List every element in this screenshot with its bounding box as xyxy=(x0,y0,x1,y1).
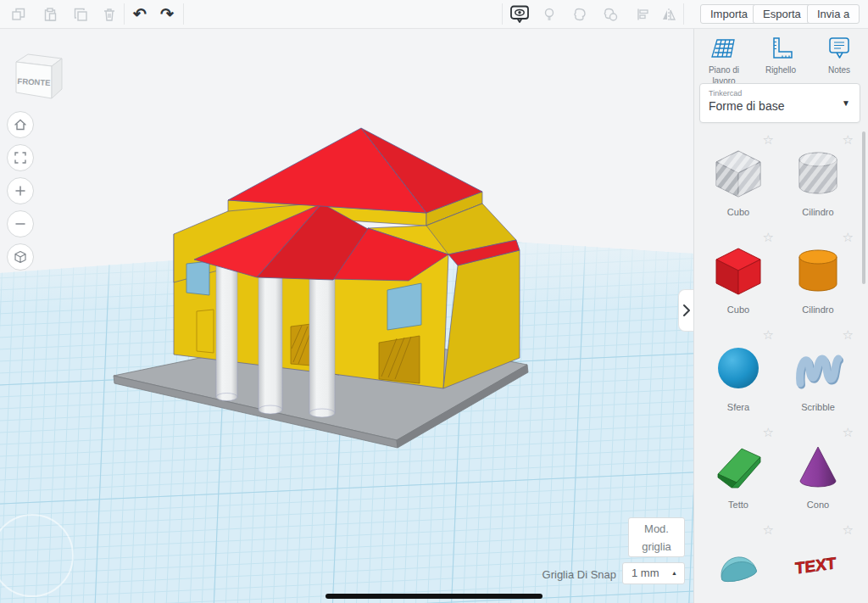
panel-scrollbar[interactable] xyxy=(862,131,865,284)
undo-button[interactable]: ↶ xyxy=(130,4,150,25)
duplicate-icon xyxy=(72,6,89,23)
hole-button[interactable] xyxy=(600,4,620,25)
3d-canvas[interactable]: FRONTE xyxy=(0,28,693,603)
snap-grid-label: Griglia Di Snap xyxy=(487,568,616,581)
edit-grid-label-line2: griglia xyxy=(629,538,684,556)
shape-thumb-cube-red xyxy=(711,243,765,298)
shape-label: Tetto xyxy=(701,500,776,510)
shape-item-cono[interactable]: ☆ Cono xyxy=(781,427,855,522)
svg-text:TEXT: TEXT xyxy=(795,554,837,578)
shape-item-text[interactable]: ☆ TEXT xyxy=(781,524,855,603)
shape-label: Cubo xyxy=(701,207,776,217)
toolbar-divider xyxy=(502,3,503,25)
shape-label: Cilindro xyxy=(781,304,855,315)
zoom-out-icon xyxy=(13,216,28,232)
perspective-icon xyxy=(13,249,28,265)
paste-button[interactable] xyxy=(40,4,60,25)
caret-down-icon: ▼ xyxy=(842,98,850,108)
copy-button[interactable] xyxy=(8,4,29,25)
toolbar-divider xyxy=(124,3,125,25)
mirror-button[interactable] xyxy=(659,4,679,25)
edit-grid-button[interactable]: Mod. griglia xyxy=(628,517,685,557)
snap-grid-select[interactable]: 1 mm ▲ xyxy=(622,562,685,584)
chevron-right-icon xyxy=(682,304,691,317)
dropdown-value: Forme di base xyxy=(709,99,784,113)
fit-view-icon xyxy=(13,150,28,165)
paste-icon xyxy=(42,6,58,23)
view-cube[interactable]: FRONTE xyxy=(10,45,68,104)
shape-item-cilindro-orange[interactable]: ☆ Cilindro xyxy=(781,232,855,327)
shape-item-halfdome[interactable]: ☆ xyxy=(701,524,776,603)
shape-item-cilindro-gray[interactable]: ☆ Cilindro xyxy=(781,134,855,229)
light-button[interactable] xyxy=(539,4,559,25)
zoom-in-icon xyxy=(13,183,28,198)
tinkercad-app: FRONTE xyxy=(0,0,868,603)
home-indicator-bar xyxy=(326,594,542,599)
shape-thumb-roof xyxy=(711,438,765,493)
panel-collapse-tab[interactable] xyxy=(678,289,693,332)
show-all-button[interactable] xyxy=(509,4,530,25)
top-toolbar: ↶ ↷ xyxy=(0,0,868,29)
import-button[interactable]: Importa xyxy=(700,4,758,24)
redo-button[interactable]: ↷ xyxy=(157,4,177,25)
shape-item-cubo-gray[interactable]: ☆ Cubo xyxy=(701,134,776,229)
delete-button[interactable] xyxy=(99,4,120,25)
send-to-button[interactable]: Invia a xyxy=(807,4,860,24)
shape-item-scribble[interactable]: ☆ Scribble xyxy=(781,329,855,424)
home-view-button[interactable] xyxy=(7,111,34,138)
shape-thumb-scribble xyxy=(791,341,845,395)
shape-item-tetto[interactable]: ☆ Tetto xyxy=(701,427,776,522)
home-icon xyxy=(13,117,28,132)
shape-label: Cubo xyxy=(701,304,776,315)
undo-icon: ↶ xyxy=(133,5,147,24)
duplicate-button[interactable] xyxy=(70,4,91,25)
ruler-icon xyxy=(754,33,807,62)
fit-view-button[interactable] xyxy=(7,144,34,171)
view-cube-front-label: FRONTE xyxy=(17,76,51,87)
hole-icon xyxy=(602,6,619,23)
copy-icon xyxy=(10,6,27,23)
toolbar-divider xyxy=(683,3,684,25)
snap-grid-value: 1 mm xyxy=(632,567,659,579)
delete-icon xyxy=(101,6,118,23)
shape-label: Scribble xyxy=(781,402,855,412)
shape-thumb-cylinder-orange xyxy=(791,243,845,298)
toolbar-divider xyxy=(183,3,184,25)
shape-thumb-halfdome xyxy=(711,536,765,590)
shape-category-dropdown[interactable]: Tinkercad Forme di base ▼ xyxy=(699,83,860,123)
shape-thumb-cone xyxy=(791,438,845,493)
align-button[interactable] xyxy=(632,4,653,25)
notes-tool[interactable]: Notes xyxy=(813,33,865,75)
shape-thumb-sphere xyxy=(711,341,765,395)
workplane-tool[interactable]: Piano di lavoro xyxy=(698,33,750,87)
dropdown-category: Tinkercad xyxy=(709,89,742,98)
shape-label: Cono xyxy=(781,500,855,510)
shape-label: Cilindro xyxy=(781,207,855,217)
shape-thumb-cylinder-striped xyxy=(791,146,845,200)
solid-button[interactable] xyxy=(570,4,590,25)
align-icon xyxy=(634,6,651,23)
shape-thumb-text: TEXT xyxy=(791,536,845,590)
mirror-icon xyxy=(660,6,677,23)
zoom-in-button[interactable] xyxy=(7,177,34,204)
light-icon xyxy=(541,6,558,23)
notes-label: Notes xyxy=(813,64,865,75)
solid-icon xyxy=(571,6,588,23)
columns xyxy=(216,257,335,417)
export-button[interactable]: Esporta xyxy=(753,4,811,24)
caret-up-icon: ▲ xyxy=(671,570,677,576)
notes-icon xyxy=(813,33,865,62)
workplane-label-line1: Piano di xyxy=(698,64,750,75)
scene-3d-model[interactable] xyxy=(0,28,693,603)
shape-item-cubo-red[interactable]: ☆ Cubo xyxy=(701,232,776,327)
show-all-icon xyxy=(509,4,530,25)
zoom-out-button[interactable] xyxy=(7,210,34,237)
shape-label: Sfera xyxy=(701,402,776,412)
workplane-icon xyxy=(698,33,750,62)
ruler-tool[interactable]: Righello xyxy=(754,33,807,75)
perspective-toggle-button[interactable] xyxy=(7,243,34,271)
shape-item-sfera[interactable]: ☆ Sfera xyxy=(701,329,776,424)
shapes-panel: Piano di lavoro Righello xyxy=(693,28,868,603)
shape-thumb-cube-striped xyxy=(711,146,765,200)
ruler-label: Righello xyxy=(754,64,807,75)
